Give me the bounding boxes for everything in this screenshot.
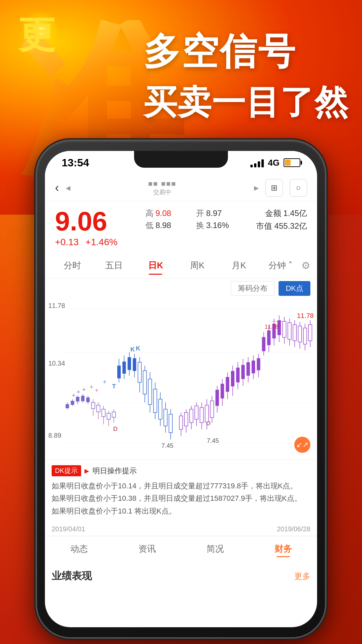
high-label: 高: [145, 209, 154, 218]
svg-rect-82: [252, 361, 255, 373]
open-val: 8.97: [206, 209, 222, 218]
chouma-button[interactable]: 筹码分布: [231, 281, 275, 296]
bottom-tabs: 动态 资讯 简况 财务: [45, 536, 317, 564]
hero-tagline: 多空信号 买卖一目了然: [143, 27, 349, 125]
svg-rect-23: [112, 412, 115, 417]
tab-zhouk[interactable]: 周K: [177, 256, 218, 275]
dk-triangle-icon: ▶: [84, 467, 89, 475]
svg-rect-102: [303, 328, 307, 344]
svg-rect-62: [195, 406, 198, 419]
tab-fenshi[interactable]: 分时: [52, 256, 93, 275]
svg-rect-38: [117, 366, 121, 378]
svg-rect-10: [71, 401, 74, 405]
search-icon[interactable]: ○: [290, 179, 307, 197]
trading-status: 交易中: [153, 188, 171, 196]
perf-more-link[interactable]: 更多: [294, 571, 310, 582]
chart-settings-gear[interactable]: ⚙: [301, 260, 310, 271]
dk-buttons-row: 筹码分布 DK点: [45, 278, 317, 299]
status-right: 4G: [250, 158, 300, 168]
nav-bar: ‹ ◂ ■■ ■■■ 交易中 ▸ ⊞ ○: [45, 174, 317, 201]
tab-wuri[interactable]: 五日: [93, 256, 135, 275]
tab-caiwu[interactable]: 财务: [249, 540, 317, 560]
svg-rect-13: [86, 397, 89, 402]
svg-text:+: +: [103, 378, 107, 385]
expand-chart-button[interactable]: ↙↗: [294, 437, 310, 453]
svg-rect-46: [159, 399, 162, 419]
tab-zixun[interactable]: 资讯: [113, 540, 181, 560]
tab-yuek[interactable]: 月K: [218, 256, 260, 275]
price-value: 9.06: [55, 208, 129, 235]
tab-rik[interactable]: 日K: [135, 256, 176, 275]
y-label-top: 11.78: [48, 302, 65, 310]
signal-bars: [250, 158, 264, 167]
svg-text:11.78: 11.78: [265, 324, 279, 330]
svg-rect-103: [308, 325, 312, 341]
nav-title-area: ■■ ■■■ 交易中: [70, 179, 254, 196]
dk-hint-subtitle: 明日操作提示: [93, 466, 137, 476]
tab-fenzhong[interactable]: 分钟 ˄: [260, 256, 301, 275]
svg-rect-60: [184, 413, 188, 426]
signal-bar-1: [250, 165, 253, 167]
svg-rect-63: [200, 408, 203, 423]
phone-mockup: 13:54 4G ‹ ◂ ■■ ■■■ 交易中: [37, 141, 325, 637]
svg-rect-65: [210, 401, 214, 418]
svg-rect-41: [133, 358, 136, 371]
svg-rect-100: [293, 325, 296, 341]
chart-tabs: 分时 五日 日K 周K 月K 分钟 ˄ ⚙: [45, 253, 317, 278]
date-range: 2019/04/01 2019/06/28: [45, 523, 317, 536]
svg-text:+: +: [90, 383, 94, 390]
svg-rect-83: [257, 358, 260, 370]
hero-line2: 买卖一目了然: [143, 80, 349, 125]
svg-rect-42: [138, 362, 141, 382]
price-section: 9.06 +0.13 +1.46% 高9.08 开8.97 低8.98 换3.1…: [45, 201, 317, 253]
svg-rect-12: [81, 396, 84, 401]
tab-jiankuang[interactable]: 简况: [181, 540, 249, 560]
prev-button[interactable]: ◂: [66, 182, 70, 193]
candlestick-svg: D K K: [45, 299, 317, 460]
svg-rect-99: [288, 323, 291, 339]
svg-rect-101: [298, 326, 301, 342]
price-main: 9.06 +0.13 +1.46%: [55, 208, 129, 248]
svg-rect-48: [169, 414, 172, 433]
price-details: 高9.08 开8.97 低8.98 换3.16%: [139, 208, 240, 231]
status-time: 13:54: [62, 157, 89, 169]
svg-rect-20: [97, 405, 100, 412]
chart-area: 11.78 10.34 8.89 11.78: [45, 299, 317, 460]
svg-rect-19: [92, 402, 95, 409]
next-button[interactable]: ▸: [254, 182, 259, 193]
svg-rect-11: [76, 397, 79, 401]
svg-text:7.45: 7.45: [207, 437, 219, 444]
dk-point-button[interactable]: DK点: [279, 281, 310, 296]
svg-rect-39: [122, 362, 126, 374]
hero-geng-char: 更: [18, 10, 55, 60]
price-change-pct: +1.46%: [85, 237, 118, 248]
price-change: +0.13 +1.46%: [55, 237, 129, 248]
dk-hint-text-1: 如果明日收盘价小于10.14，并且明日成交量超过777319.8手，将出现K点。: [52, 480, 310, 492]
svg-rect-64: [205, 405, 208, 422]
svg-rect-9: [66, 404, 69, 408]
date-start: 2019/04/01: [52, 525, 85, 533]
low-price: 低8.98: [145, 220, 189, 231]
phone-screen: 13:54 4G ‹ ◂ ■■ ■■■ 交易中: [45, 151, 317, 627]
chart-settings-icon[interactable]: ⊞: [265, 179, 283, 197]
back-button[interactable]: ‹: [55, 181, 59, 195]
battery-fill: [285, 160, 291, 166]
svg-rect-22: [107, 413, 110, 419]
low-val: 8.98: [156, 221, 171, 230]
open-price: 开8.97: [196, 208, 240, 219]
dk-badge: DK提示: [52, 465, 81, 476]
svg-rect-80: [241, 365, 245, 379]
svg-rect-40: [128, 357, 131, 370]
tab-dongtai[interactable]: 动态: [45, 540, 113, 560]
svg-rect-43: [143, 371, 146, 394]
svg-rect-44: [148, 379, 152, 405]
svg-text:+: +: [77, 388, 80, 395]
svg-rect-45: [154, 389, 157, 413]
svg-rect-77: [226, 377, 229, 392]
svg-rect-61: [190, 409, 193, 423]
svg-rect-94: [262, 337, 265, 351]
svg-rect-59: [179, 416, 183, 429]
dk-hint-text-3: 如果明日收盘价小于10.1 将出现K点。: [52, 505, 310, 517]
svg-text:+: +: [95, 387, 99, 394]
y-label-mid: 10.34: [48, 360, 65, 367]
